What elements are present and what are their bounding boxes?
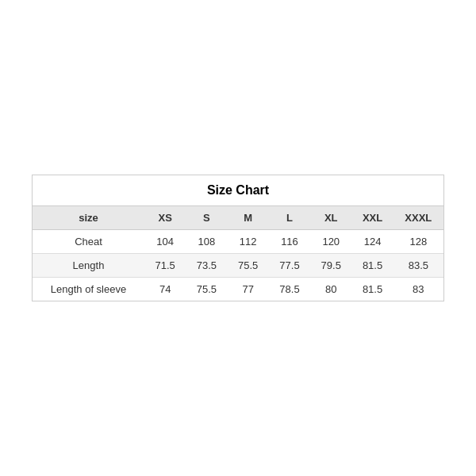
chart-title: Size Chart	[33, 175, 443, 206]
row-value: 81.5	[351, 278, 393, 301]
row-value: 80	[310, 278, 351, 301]
row-value: 112	[228, 230, 269, 254]
table-body: Cheat104108112116120124128Length71.573.5…	[33, 230, 443, 301]
size-chart-container: Size Chart size XS S M L XL XXL XXXL Che…	[32, 175, 444, 301]
table-row: Cheat104108112116120124128	[33, 230, 443, 254]
row-value: 78.5	[269, 278, 310, 301]
row-value: 120	[310, 230, 351, 254]
size-chart-table: Size Chart size XS S M L XL XXL XXXL Che…	[33, 175, 443, 301]
title-row: Size Chart	[33, 175, 443, 206]
header-s: S	[186, 206, 227, 230]
header-xxl: XXL	[351, 206, 393, 230]
row-value: 108	[186, 230, 227, 254]
table-row: Length of sleeve7475.57778.58081.583	[33, 278, 443, 301]
header-xs: XS	[144, 206, 186, 230]
row-value: 77.5	[269, 254, 310, 278]
row-value: 104	[144, 230, 186, 254]
row-value: 116	[269, 230, 310, 254]
header-l: L	[269, 206, 310, 230]
row-label: Length of sleeve	[33, 278, 144, 301]
row-value: 74	[144, 278, 186, 301]
header-m: M	[228, 206, 269, 230]
row-value: 124	[351, 230, 393, 254]
row-value: 128	[393, 230, 443, 254]
header-xxxl: XXXL	[393, 206, 443, 230]
row-value: 79.5	[310, 254, 351, 278]
row-value: 75.5	[186, 278, 227, 301]
table-row: Length71.573.575.577.579.581.583.5	[33, 254, 443, 278]
row-value: 71.5	[144, 254, 186, 278]
row-label: Length	[33, 254, 144, 278]
row-value: 83.5	[393, 254, 443, 278]
row-value: 73.5	[186, 254, 227, 278]
row-value: 81.5	[351, 254, 393, 278]
header-xl: XL	[310, 206, 351, 230]
row-value: 83	[393, 278, 443, 301]
header-row: size XS S M L XL XXL XXXL	[33, 206, 443, 230]
row-value: 75.5	[228, 254, 269, 278]
row-value: 77	[228, 278, 269, 301]
row-label: Cheat	[33, 230, 144, 254]
header-size-label: size	[33, 206, 144, 230]
